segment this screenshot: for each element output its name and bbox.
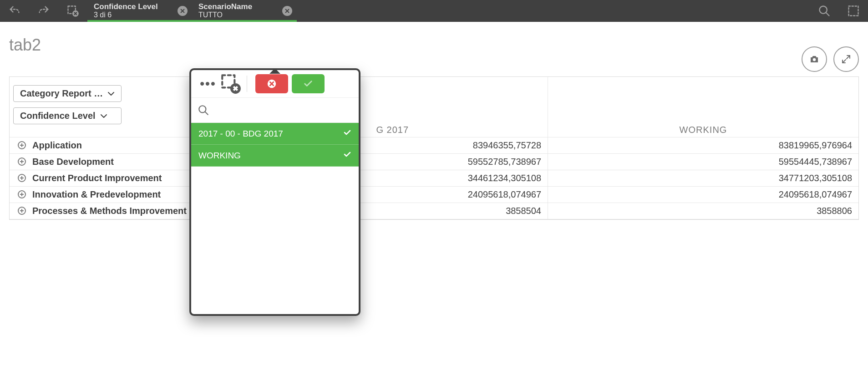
selection-popover: ••• 2017 - 00 - BDG 2017WORKING [189, 68, 360, 316]
expand-icon[interactable] [18, 141, 26, 149]
fullscreen-button[interactable] [833, 46, 859, 72]
column-header-working[interactable]: WORKING [548, 77, 859, 137]
pivot-table-container: Category Report … Confidence Level G 201… [9, 76, 859, 220]
expand-icon[interactable] [18, 157, 26, 166]
row-label: Base Development [32, 157, 114, 167]
redo-button[interactable] [29, 0, 58, 22]
dimension-pill-label: Category Report … [20, 88, 103, 99]
clear-selections-button[interactable] [58, 0, 87, 22]
cell-value: 59554445,738967 [548, 153, 859, 170]
popover-toolbar: ••• [191, 70, 359, 97]
filter-chip-clear-icon[interactable] [282, 6, 292, 16]
filter-chip-clear-icon[interactable] [178, 6, 188, 16]
svg-rect-3 [849, 6, 858, 16]
check-icon [343, 150, 351, 161]
search-icon [198, 104, 209, 116]
filter-chip-active-indicator [192, 20, 297, 22]
expand-icon[interactable] [18, 190, 26, 198]
popover-clear-selection-button[interactable] [219, 72, 242, 95]
dimension-pill-confidence-level[interactable]: Confidence Level [13, 107, 122, 124]
filter-chip-title: ScenarioName [198, 3, 290, 11]
selections-tool-button[interactable] [839, 0, 868, 22]
check-icon [343, 128, 351, 139]
cell-value: 83819965,976964 [548, 137, 859, 153]
filter-chip-value: TUTTO [198, 11, 290, 19]
pivot-table: G 2017 WORKING Application83946355,75728… [10, 77, 858, 219]
cell-value: 34771203,305108 [548, 170, 859, 186]
svg-point-4 [813, 58, 816, 61]
popover-search-input[interactable] [214, 106, 352, 115]
popover-list-item[interactable]: 2017 - 00 - BDG 2017 [191, 123, 359, 145]
popover-item-label: 2017 - 00 - BDG 2017 [198, 129, 283, 139]
table-row: Application83946355,7572883819965,976964 [10, 137, 858, 153]
filter-chip-value: 3 di 6 [94, 11, 186, 19]
chevron-down-icon [100, 112, 107, 120]
filter-chip-active-indicator [87, 20, 192, 22]
row-label: Current Product Improvement [32, 173, 162, 183]
chevron-down-icon [107, 90, 115, 97]
global-search-button[interactable] [810, 0, 839, 22]
cell-value: 24095618,074967 [548, 186, 859, 203]
table-row: Base Development59552785,73896759554445,… [10, 153, 858, 170]
popover-list-item[interactable]: WORKING [191, 145, 359, 167]
page-title: tab2 [9, 36, 41, 55]
filter-chip-title: Confidence Level [94, 3, 186, 11]
popover-confirm-button[interactable] [292, 74, 325, 93]
row-label: Processes & Methods Improvement [32, 206, 187, 216]
popover-item-label: WORKING [198, 151, 241, 161]
dimension-pill-label: Confidence Level [20, 111, 96, 121]
expand-icon[interactable] [18, 207, 26, 215]
filter-chip-confidence-level[interactable]: Confidence Level 3 di 6 [87, 0, 192, 22]
table-row: Current Product Improvement34461234,3051… [10, 170, 858, 186]
table-row: Processes & Methods Improvement385850438… [10, 203, 858, 219]
page-header: tab2 [0, 22, 868, 76]
popover-search [191, 97, 359, 123]
cell-value: 3858806 [548, 203, 859, 219]
popover-toolbar-divider [247, 76, 247, 92]
undo-button[interactable] [0, 0, 29, 22]
dimension-pill-category-report[interactable]: Category Report … [13, 85, 122, 102]
popover-more-button[interactable]: ••• [197, 76, 219, 91]
top-toolbar: Confidence Level 3 di 6 ScenarioName TUT… [0, 0, 868, 22]
snapshot-button[interactable] [802, 46, 827, 72]
popover-list[interactable]: 2017 - 00 - BDG 2017WORKING [191, 123, 359, 314]
popover-cancel-button[interactable] [255, 74, 288, 93]
table-row: Innovation & Predevelopment24095618,0749… [10, 186, 858, 203]
row-label: Innovation & Predevelopment [32, 189, 161, 200]
expand-icon[interactable] [18, 174, 26, 182]
row-label: Application [32, 140, 82, 151]
filter-chip-scenario-name[interactable]: ScenarioName TUTTO [192, 0, 297, 22]
